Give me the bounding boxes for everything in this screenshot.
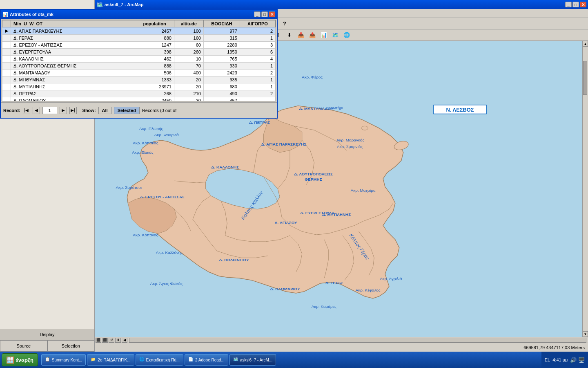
- col-indicator[interactable]: [2, 20, 11, 27]
- nav-btn-refresh[interactable]: ↺: [109, 338, 114, 343]
- record-input[interactable]: [42, 107, 57, 114]
- row-name: Δ. ΠΛΩΜΑΡΙΟΥ: [11, 97, 135, 102]
- table-row[interactable]: Δ. ΓΕΡΑΣ 880 160 315 1: [2, 35, 276, 42]
- row-population: 506: [135, 70, 174, 76]
- analyst-btn5[interactable]: ⬇: [285, 31, 294, 40]
- nav-btn-pause[interactable]: ⏸: [115, 338, 121, 343]
- arcmap-help[interactable]: ?: [280, 19, 289, 28]
- taskbar-app-arcmap[interactable]: 🗺️ asksi6_7 - ArcM...: [229, 354, 276, 366]
- nav-last-btn[interactable]: ▶|: [69, 107, 77, 114]
- row-aig: 1: [240, 63, 275, 70]
- scroll-track: [583, 47, 588, 331]
- taskbar-app-ekpaideutiki[interactable]: 🌐 Εκπαιδευτική Πύ...: [136, 354, 183, 366]
- row-altitude: 30: [174, 97, 203, 102]
- table-row[interactable]: ▶ Δ. ΑΓΙΑΣ ΠΑΡΑΣΚΕΥΗΣ 2457 100 977 2: [2, 27, 276, 35]
- attr-close-button[interactable]: ✕: [269, 11, 275, 17]
- table-row[interactable]: Δ. ΠΕΤΡΑΣ 268 210 490 2: [2, 90, 276, 97]
- svg-text:Δ. ΓΕΡΑΣ: Δ. ΓΕΡΑΣ: [325, 280, 343, 285]
- show-label: Show:: [82, 108, 96, 113]
- selection-tab[interactable]: Selection: [47, 340, 95, 352]
- svg-text:Ακρ. Φουρνιά: Ακρ. Φουρνιά: [154, 132, 179, 137]
- table-row[interactable]: Δ. ΜΗΘΥΜΝΑΣ 1333 20 935 1: [2, 76, 276, 83]
- nav-first-btn[interactable]: |◀: [23, 107, 30, 114]
- svg-text:Ακρ. Σμυρνιός: Ακρ. Σμυρνιός: [337, 144, 363, 149]
- svg-text:Ακρ. Αγριλιά: Ακρ. Αγριλιά: [380, 276, 402, 281]
- row-population: 888: [135, 63, 174, 70]
- svg-point-2: [362, 126, 368, 130]
- row-name: Δ. ΕΥΕΡΓΕΤΟΥΛΑ: [11, 49, 135, 56]
- attributes-table-container[interactable]: Min U W OT population altitude ΒΟΟΕΙΔΗ Α…: [2, 20, 276, 101]
- row-name: Δ. ΜΥΤΙΛΗΝΗΣ: [11, 83, 135, 90]
- arcmap-title: asksi6_7 - ArcMap: [105, 2, 144, 7]
- row-boo: 680: [203, 83, 240, 90]
- analyst-btn9[interactable]: 🗺️: [331, 31, 340, 40]
- table-row[interactable]: Δ. ΕΡΕΣΟΥ - ΑΝΤΙΣΣΑΣ 1247 60 2280 3: [2, 42, 276, 49]
- table-row[interactable]: Δ. ΕΥΕΡΓΕΤΟΥΛΑ 398 260 1950 6: [2, 49, 276, 56]
- show-selected-button[interactable]: Selected: [114, 107, 140, 114]
- analyst-btn6[interactable]: 📥: [296, 31, 305, 40]
- taskbar-app-paidagogik[interactable]: 📁 2ο ΠΑΙΔΑΓΩΓΙΚ...: [87, 354, 134, 366]
- attr-window-title: Attributes of ota_mk: [10, 12, 53, 17]
- col-aig[interactable]: ΑΙΓΟΠΡΟ: [240, 20, 275, 27]
- col-boo[interactable]: ΒΟΟΕΙΔΗ: [203, 20, 240, 27]
- nav-prev-btn[interactable]: ◀: [33, 107, 40, 114]
- svg-text:Ακρ. Ελαιάς: Ακρ. Ελαιάς: [132, 150, 154, 155]
- nav-btn-1[interactable]: ⬛: [96, 338, 101, 343]
- panel-buttons: Source Selection: [0, 340, 94, 352]
- row-altitude: 400: [174, 70, 203, 76]
- close-button[interactable]: ✕: [580, 2, 586, 7]
- scroll-up-btn[interactable]: ▲: [583, 41, 588, 47]
- row-indicator: [2, 90, 11, 97]
- taskbar-right: EL 4:41 μμ 🔊 🖥️: [541, 352, 588, 368]
- app-paidagogik-label: 2ο ΠΑΙΔΑΓΩΓΙΚ...: [98, 358, 130, 362]
- svg-text:ΘΕΡΜΗΣ: ΘΕΡΜΗΣ: [305, 177, 322, 182]
- svg-text:Ακρ. Πλωρής: Ακρ. Πλωρής: [139, 126, 163, 131]
- svg-text:Ακρ. Φέρος: Ακρ. Φέρος: [302, 75, 323, 79]
- table-row[interactable]: Δ. ΜΥΤΙΛΗΝΗΣ 23971 20 680 1: [2, 83, 276, 90]
- row-altitude: 210: [174, 90, 203, 97]
- svg-text:Δ. ΜΥΤΙΛΗΝΗΣ: Δ. ΜΥΤΙΛΗΝΗΣ: [322, 212, 351, 217]
- col-population[interactable]: population: [135, 20, 174, 27]
- app-summary-label: Summary Kont...: [52, 358, 82, 362]
- row-indicator: [2, 70, 11, 76]
- svg-text:Ακρ. Καμάρες: Ακρ. Καμάρες: [312, 304, 336, 309]
- maximize-button[interactable]: □: [572, 2, 579, 7]
- analyst-btn7[interactable]: 📤: [308, 31, 317, 40]
- taskbar-app-adobe[interactable]: 📄 2 Adobe Read...: [185, 354, 228, 366]
- attr-maximize-button[interactable]: □: [261, 11, 268, 17]
- analyst-btn10[interactable]: 🌐: [342, 31, 351, 40]
- scroll-down-btn[interactable]: ▼: [583, 331, 588, 337]
- col-altitude[interactable]: altitude: [174, 20, 203, 27]
- source-tab[interactable]: Source: [0, 340, 47, 352]
- analyst-btn8[interactable]: 📊: [319, 31, 328, 40]
- row-name: Δ. ΓΕΡΑΣ: [11, 35, 135, 42]
- nav-btn-prev[interactable]: ◀: [122, 338, 127, 343]
- row-name: Δ. ΜΑΝΤΑΜΑΔΟΥ: [11, 70, 135, 76]
- svg-text:Ακρ. Μαραγκός: Ακρ. Μαραγκός: [336, 138, 364, 142]
- vertical-scrollbar[interactable]: ▲ ▼: [582, 41, 588, 337]
- table-row[interactable]: Δ. ΠΛΩΜΑΡΙΟΥ 2450 30 457: [2, 97, 276, 102]
- taskbar-apps: 📋 Summary Kont... 📁 2ο ΠΑΙΔΑΓΩΓΙΚ... 🌐 Ε…: [40, 354, 541, 366]
- attributes-window: 📊 Attributes of ota_mk _ □ ✕ Min U W OT …: [0, 9, 278, 119]
- minimize-button[interactable]: _: [565, 2, 572, 7]
- show-all-button[interactable]: All: [98, 107, 111, 114]
- table-row[interactable]: Δ. ΚΑΛΛΟΝΗΣ 462 10 765 4: [2, 56, 276, 63]
- row-boo: 977: [203, 27, 240, 35]
- attr-titlebar: 📊 Attributes of ota_mk _ □ ✕: [1, 10, 277, 19]
- start-button[interactable]: 🪟 έναρξη: [2, 353, 38, 366]
- table-row[interactable]: Δ. ΛΟΥΤΡΟΠΟΛΕΩΣ ΘΕΡΜΗΣ 888 70 930 1: [2, 63, 276, 70]
- col-name[interactable]: Min U W OT: [11, 20, 135, 27]
- attr-window-controls: _ □ ✕: [254, 11, 275, 17]
- attr-minimize-button[interactable]: _: [254, 11, 261, 17]
- scroll-thumb: [583, 61, 587, 95]
- row-population: 1247: [135, 42, 174, 49]
- taskbar-app-summary[interactable]: 📋 Summary Kont...: [41, 354, 86, 366]
- row-indicator: [2, 83, 11, 90]
- nav-next-btn[interactable]: ▶: [60, 107, 67, 114]
- arcmap-titlebar: 🗺️ asksi6_7 - ArcMap _ □ ✕: [95, 0, 588, 9]
- svg-text:Ακρ. Κόπανος: Ακρ. Κόπανος: [133, 233, 158, 237]
- row-aig: 2: [240, 90, 275, 97]
- table-row[interactable]: Δ. ΜΑΝΤΑΜΑΔΟΥ 506 400 2423 2: [2, 70, 276, 76]
- nav-btn-2[interactable]: ⬛: [102, 338, 108, 343]
- row-aig: 1: [240, 76, 275, 83]
